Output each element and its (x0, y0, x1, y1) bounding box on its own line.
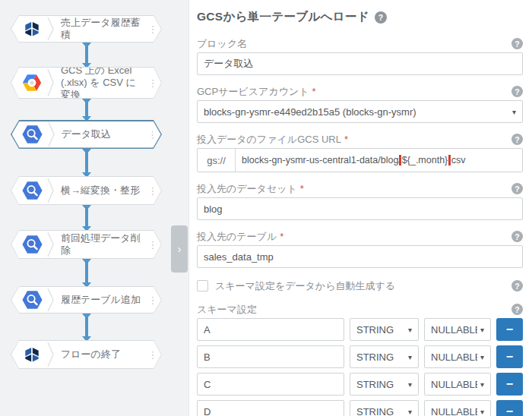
flow-connector (85, 314, 88, 340)
red-annotation-box: ${_.month} (401, 155, 448, 165)
schema-mode-select[interactable]: NULLABLE ▾ (424, 400, 491, 416)
help-icon[interactable]: ? (511, 304, 523, 315)
node-label: データ取込 (55, 128, 144, 140)
table-input[interactable] (197, 245, 523, 268)
dataset-label: 投入先のデータセット (197, 182, 297, 196)
block-name-input[interactable] (197, 52, 523, 75)
service-account-label: GCPサービスアカウント (197, 85, 309, 99)
node-label: フローの終了 (54, 348, 144, 361)
schema-row: STRING ▾ NULLABLE ▾ − (197, 400, 523, 416)
help-icon[interactable]: ? (511, 86, 523, 97)
chevron-down-icon: ▾ (408, 380, 412, 389)
schema-column-name-input[interactable] (197, 373, 344, 396)
node-separator (48, 121, 55, 147)
auto-schema-checkbox[interactable] (197, 280, 208, 292)
help-icon[interactable]: ? (511, 38, 523, 49)
node-menu-icon[interactable]: ⋮ (144, 239, 161, 251)
dataset-input[interactable] (197, 197, 523, 220)
remove-row-button[interactable]: − (496, 400, 523, 416)
table-label: 投入先のテーブル (197, 230, 277, 244)
flow-connector (85, 99, 88, 120)
chevron-down-icon: ▾ (480, 380, 484, 389)
gcs-url-prefix: gs:// (198, 149, 236, 172)
node-separator (47, 232, 54, 257)
flow-connector (85, 149, 88, 176)
chevron-down-icon: ▾ (480, 326, 484, 334)
flow-node-append-history[interactable]: 履歴テーブル追加 ⋮ (11, 286, 162, 314)
panel-collapse-handle[interactable]: › (171, 225, 188, 273)
minus-icon: − (506, 323, 513, 336)
help-icon[interactable]: ? (375, 11, 387, 24)
schema-type-select[interactable]: STRING ▾ (350, 373, 419, 396)
node-label: 履歴テーブル追加 (54, 294, 144, 306)
remove-row-button[interactable]: − (496, 373, 523, 396)
node-separator (47, 17, 54, 41)
node-separator (47, 342, 54, 367)
schema-mode-select[interactable]: NULLABLE ▾ (424, 318, 491, 341)
chevron-down-icon: ▾ (408, 408, 412, 416)
flow-connector (85, 43, 88, 67)
auto-schema-label: スキーマ設定をデータから自動生成する (215, 279, 395, 293)
bigquery-icon (18, 124, 47, 145)
flow-node-sales-history[interactable]: 売上データ履歴蓄積 ⋮ (11, 15, 162, 43)
schema-column-name-input[interactable] (197, 345, 344, 368)
help-icon[interactable]: ? (511, 231, 523, 242)
required-mark: * (312, 86, 316, 97)
help-icon[interactable]: ? (511, 280, 523, 292)
gcp-icon (17, 73, 46, 93)
node-menu-icon[interactable]: ⋮ (144, 24, 161, 35)
schema-column-name-input[interactable] (197, 318, 344, 341)
help-icon[interactable]: ? (511, 183, 523, 194)
flow-node-excel-to-csv[interactable]: GCS 上の Excel (.xlsx) を CSV に変換 ⋮ (11, 67, 162, 99)
flow-node-transpose[interactable]: 横→縦変換・整形 ⋮ (11, 176, 162, 205)
schema-column-name-input[interactable] (197, 400, 344, 416)
schema-type-select[interactable]: STRING ▾ (350, 345, 419, 368)
schema-type-select[interactable]: STRING ▾ (350, 400, 419, 416)
node-menu-icon[interactable]: ⋮ (144, 129, 161, 140)
node-menu-icon[interactable]: ⋮ (144, 295, 161, 306)
node-separator (47, 68, 54, 97)
flow-node-flow-end[interactable]: フローの終了 ⋮ (11, 340, 162, 369)
chevron-down-icon: ▾ (408, 326, 412, 334)
block-name-label: ブロック名 (197, 37, 247, 51)
bigquery-icon (17, 234, 46, 255)
schema-settings-label: スキーマ設定 (197, 303, 257, 317)
node-label: 売上データ履歴蓄積 (54, 17, 144, 42)
gcs-url-input[interactable]: gs:// blocks-gn-ysmr-us-central1-data/bl… (197, 148, 523, 172)
required-mark: * (280, 231, 283, 242)
remove-row-button[interactable]: − (496, 318, 523, 341)
flow-node-delete-previous[interactable]: 前回処理データ削除 ⋮ (11, 230, 162, 259)
block-config-panel: GCSから単一テーブルへロード ? ブロック名 ? GCPサービスアカウント *… (188, 0, 532, 416)
bigquery-icon (17, 289, 46, 310)
flow-connector (85, 259, 88, 286)
gcs-url-value: blocks-gn-ysmr-us-central1-data/blog/${_… (236, 155, 472, 165)
help-icon[interactable]: ? (511, 134, 523, 145)
node-label: 前回処理データ削除 (54, 232, 144, 257)
bigquery-icon (17, 180, 46, 201)
schema-type-select[interactable]: STRING ▾ (350, 318, 419, 341)
chevron-down-icon: ▾ (480, 353, 484, 361)
minus-icon: − (506, 405, 513, 416)
service-account-select[interactable]: blocks-gn-ysmr-e449ed2b15a5 (blocks-gn-y… (197, 100, 523, 123)
blocks-logo-icon (17, 19, 46, 39)
schema-mode-select[interactable]: NULLABLE ▾ (424, 373, 491, 396)
node-separator (47, 178, 54, 203)
remove-row-button[interactable]: − (496, 345, 523, 368)
schema-row: STRING ▾ NULLABLE ▾ − (197, 345, 523, 368)
schema-row: STRING ▾ NULLABLE ▾ − (197, 318, 523, 341)
flow-connector (85, 205, 88, 230)
node-menu-icon[interactable]: ⋮ (144, 349, 161, 361)
workflow-editor: 売上データ履歴蓄積 ⋮ GCS 上の Excel (.xlsx) を (0, 0, 532, 416)
schema-mode-select[interactable]: NULLABLE ▾ (424, 345, 491, 368)
required-mark: * (344, 134, 348, 145)
minus-icon: − (506, 350, 513, 364)
flow-node-data-import[interactable]: データ取込 ⋮ (11, 120, 162, 149)
minus-icon: − (506, 377, 513, 391)
chevron-right-icon: › (178, 243, 182, 255)
chevron-down-icon: ▾ (408, 353, 412, 361)
required-mark: * (300, 183, 304, 194)
node-label: 横→縦変換・整形 (54, 184, 144, 197)
node-menu-icon[interactable]: ⋮ (144, 185, 161, 197)
node-menu-icon[interactable]: ⋮ (144, 77, 161, 89)
panel-title: GCSから単一テーブルへロード (197, 9, 369, 25)
